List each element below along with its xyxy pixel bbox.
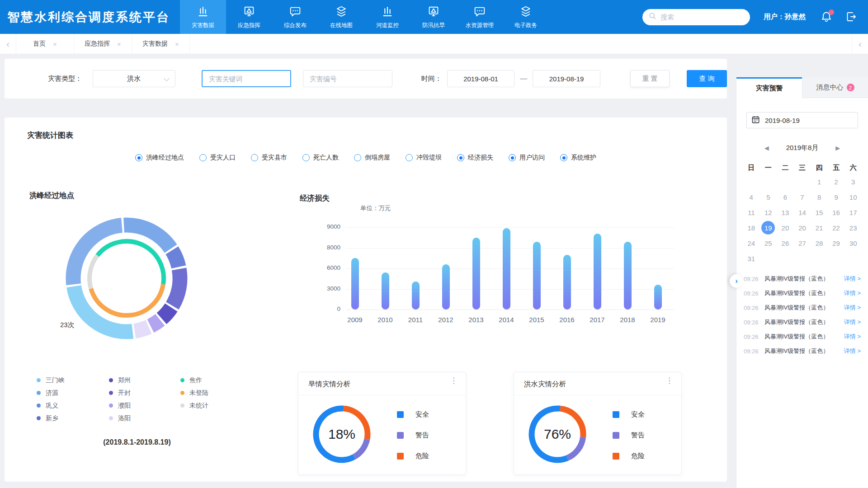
- more-menu-icon[interactable]: ⋮: [665, 377, 673, 385]
- close-icon[interactable]: ×: [117, 40, 121, 48]
- calendar-day-12[interactable]: 12: [760, 205, 777, 220]
- bar-2016[interactable]: [563, 255, 571, 310]
- metric-radio-死亡人数[interactable]: 死亡人数: [302, 154, 339, 162]
- calendar-day-23[interactable]: 23: [844, 220, 862, 235]
- alert-detail-link[interactable]: 详情 >: [844, 275, 861, 283]
- legend-item-焦作[interactable]: 焦作: [180, 376, 239, 385]
- calendar-day-6[interactable]: 6: [777, 189, 794, 205]
- nav-item-e-government[interactable]: 电子政务: [503, 0, 549, 34]
- calendar-day-31[interactable]: 31: [743, 251, 760, 266]
- legend-item-开封[interactable]: 开封: [109, 389, 180, 397]
- legend-item-郑州[interactable]: 郑州: [109, 376, 180, 385]
- tabs-scroll-right-icon[interactable]: ‹: [852, 34, 868, 54]
- metric-radio-经济损失[interactable]: 经济损失: [457, 154, 493, 162]
- calendar-day-20[interactable]: 20: [794, 220, 811, 235]
- disaster-keyword-input[interactable]: [202, 70, 291, 87]
- date-start-input[interactable]: 2019-08-01: [447, 70, 515, 87]
- legend-item-濮阳[interactable]: 濮阳: [109, 401, 180, 410]
- bar-2018[interactable]: [624, 242, 632, 310]
- calendar-day-30[interactable]: 30: [844, 235, 862, 251]
- nav-item-disaster-data[interactable]: 灾害数据: [180, 0, 226, 34]
- calendar-day-29[interactable]: 29: [828, 235, 845, 251]
- calendar-day-2[interactable]: 2: [828, 174, 845, 189]
- sidebar-collapse-icon[interactable]: ›: [730, 274, 743, 288]
- metric-radio-倒塌房屋[interactable]: 倒塌房屋: [354, 154, 390, 162]
- metric-radio-用户访问[interactable]: 用户访问: [509, 154, 545, 162]
- logout-icon[interactable]: [845, 11, 858, 23]
- metric-radio-洪峰经过地点[interactable]: 洪峰经过地点: [135, 154, 184, 162]
- close-icon[interactable]: ×: [53, 40, 57, 48]
- calendar-prev-icon[interactable]: ◀: [764, 145, 769, 151]
- notification-bell-icon[interactable]: [820, 10, 834, 24]
- date-end-input[interactable]: 2019-08-19: [533, 70, 600, 87]
- calendar-day-27[interactable]: 27: [794, 235, 811, 251]
- search-input[interactable]: [660, 13, 744, 21]
- page-tab-home[interactable]: 首页×: [16, 34, 74, 54]
- bar-2010[interactable]: [382, 272, 389, 310]
- calendar-day-1[interactable]: 1: [811, 174, 828, 189]
- tab-message-center[interactable]: 消息中心 2: [802, 77, 868, 98]
- disaster-type-select[interactable]: 洪水: [93, 70, 175, 87]
- bar-2019[interactable]: [654, 285, 662, 310]
- metric-radio-受灾县市[interactable]: 受灾县市: [251, 154, 287, 162]
- alert-detail-link[interactable]: 详情 >: [844, 333, 861, 341]
- query-button[interactable]: 查 询: [687, 70, 727, 87]
- calendar-day-13[interactable]: 13: [777, 205, 794, 220]
- calendar-day-19[interactable]: 19: [760, 220, 777, 235]
- disaster-code-input[interactable]: [303, 70, 392, 87]
- page-tab-emergency[interactable]: 应急指挥×: [74, 34, 132, 54]
- calendar-day-21[interactable]: 21: [811, 220, 828, 235]
- alert-detail-link[interactable]: 详情 >: [844, 289, 861, 297]
- calendar-day-25[interactable]: 25: [760, 235, 777, 251]
- legend-item-洛阳[interactable]: 洛阳: [109, 414, 180, 422]
- calendar-day-16[interactable]: 16: [828, 205, 845, 220]
- alert-detail-link[interactable]: 详情 >: [844, 318, 861, 326]
- calendar-day-7[interactable]: 7: [794, 189, 811, 205]
- calendar-day-4[interactable]: 4: [743, 189, 760, 205]
- calendar-day-24[interactable]: 24: [743, 235, 760, 251]
- bar-2009[interactable]: [351, 258, 359, 310]
- legend-item-济源[interactable]: 济源: [37, 389, 109, 397]
- calendar-day-14[interactable]: 14: [794, 205, 811, 220]
- calendar-day-22[interactable]: 22: [828, 220, 845, 235]
- nav-item-flood-control[interactable]: 防汛抗旱: [410, 0, 457, 34]
- nav-item-emergency[interactable]: 应急指挥: [226, 0, 272, 34]
- calendar-day-5[interactable]: 5: [760, 189, 777, 205]
- calendar-day-11[interactable]: 11: [743, 205, 760, 220]
- bar-2013[interactable]: [472, 238, 480, 310]
- nav-item-publish[interactable]: 综合发布: [272, 0, 318, 34]
- calendar-day-20[interactable]: 20: [777, 220, 794, 235]
- tab-disaster-warning[interactable]: 灾害预警: [736, 77, 802, 98]
- bar-2014[interactable]: [503, 228, 510, 310]
- nav-item-water-resources[interactable]: 水资源管理: [457, 0, 503, 34]
- legend-item-三门峡[interactable]: 三门峡: [37, 376, 109, 385]
- calendar-day-10[interactable]: 10: [844, 189, 862, 205]
- legend-item-未登陆[interactable]: 未登陆: [180, 389, 239, 397]
- legend-item-巩义[interactable]: 巩义: [37, 401, 109, 410]
- legend-item-未统计[interactable]: 未统计: [180, 401, 239, 410]
- metric-radio-冲毁堤坝[interactable]: 冲毁堤坝: [406, 154, 442, 162]
- calendar-next-icon[interactable]: ▶: [835, 145, 840, 151]
- nav-item-river-monitor[interactable]: 河道监控: [364, 0, 410, 34]
- page-tab-disaster-data[interactable]: 灾害数据×: [132, 34, 190, 54]
- calendar-day-8[interactable]: 8: [811, 189, 828, 205]
- close-icon[interactable]: ×: [175, 40, 179, 48]
- calendar-day-18[interactable]: 18: [743, 220, 760, 235]
- alert-detail-link[interactable]: 详情 >: [844, 347, 861, 355]
- calendar-day-3[interactable]: 3: [844, 174, 862, 189]
- calendar-day-26[interactable]: 26: [777, 235, 794, 251]
- more-menu-icon[interactable]: ⋮: [450, 377, 458, 385]
- alert-detail-link[interactable]: 详情 >: [844, 304, 861, 312]
- bar-2015[interactable]: [533, 242, 541, 310]
- bar-2017[interactable]: [594, 234, 601, 310]
- calendar-day-28[interactable]: 28: [811, 235, 828, 251]
- reset-button[interactable]: 重 置: [630, 70, 670, 87]
- sidebar-date-input[interactable]: 2019-08-19: [746, 112, 858, 128]
- metric-radio-系统维护[interactable]: 系统维护: [560, 154, 596, 162]
- calendar-day-17[interactable]: 17: [844, 205, 862, 220]
- calendar-day-9[interactable]: 9: [828, 189, 845, 205]
- metric-radio-受灾人口[interactable]: 受灾人口: [199, 154, 236, 162]
- tabs-scroll-left-icon[interactable]: ‹: [0, 34, 16, 54]
- bar-2011[interactable]: [412, 282, 420, 310]
- bar-2012[interactable]: [442, 264, 450, 310]
